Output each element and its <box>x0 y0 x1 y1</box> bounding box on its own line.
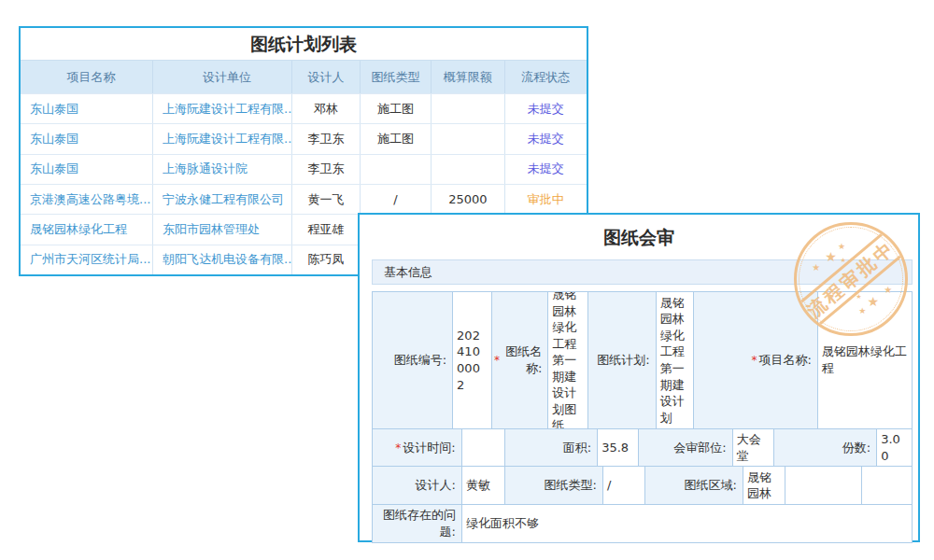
empty-cell <box>785 467 862 505</box>
form-row: 图纸编号: 2024100002 *图纸名称: 晟铭园林绿化工程第一期建设计划图… <box>373 292 912 429</box>
plan-org-link[interactable]: 上海阮建设计工程有限... <box>153 94 292 123</box>
form-row: *设计时间: 面积: 35.8 会审部位: 大会堂 份数: 3.00 <box>373 429 912 467</box>
plan-status-link[interactable]: 未提交 <box>505 94 587 123</box>
problem-value: 绿化面积不够 <box>462 505 912 542</box>
plan-table-header: 项目名称 设计单位 设计人 图纸类型 概算限额 流程状态 <box>21 60 587 93</box>
plan-designer-cell: 黄一飞 <box>292 185 361 214</box>
plan-status-link[interactable]: 审批中 <box>505 185 587 214</box>
table-row: 东山泰国 上海阮建设计工程有限... 李卫东 施工图 未提交 <box>21 123 587 153</box>
required-asterisk: * <box>494 354 500 367</box>
drawing-no-value: 2024100002 <box>453 292 492 429</box>
design-time-label: *设计时间: <box>373 429 462 467</box>
plan-project-link[interactable]: 广州市天河区统计局... <box>21 245 153 274</box>
table-row: 京港澳高速公路粤境... 宁波永健工程有限公司 黄一飞 / 25000 审批中 <box>21 184 587 214</box>
project-name-value: 晟铭园林绿化工程 <box>818 292 912 429</box>
col-header-project: 项目名称 <box>21 61 153 93</box>
plan-status-link[interactable]: 未提交 <box>505 124 587 153</box>
plan-drawing-type-cell: 施工图 <box>361 124 432 153</box>
col-header-drawing-type: 图纸类型 <box>361 61 432 93</box>
plan-project-link[interactable]: 京港澳高速公路粤境... <box>21 185 153 214</box>
plan-org-link[interactable]: 宁波永健工程有限公司 <box>153 185 292 214</box>
drawing-type-label: 图纸类型: <box>505 467 603 505</box>
empty-cell <box>862 467 912 505</box>
col-header-flow-status: 流程状态 <box>505 61 587 93</box>
drawing-type-value: / <box>603 467 645 505</box>
plan-project-link[interactable]: 东山泰国 <box>21 94 153 123</box>
copies-value: 3.00 <box>877 429 912 467</box>
form-row: 图纸存在的问题: 绿化面积不够 <box>373 505 912 542</box>
drawing-review-panel: 图纸会审 基本信息 图纸编号: 2024100002 *图纸名称: 晟铭园林绿化… <box>358 213 920 542</box>
plan-project-link[interactable]: 东山泰国 <box>21 124 153 153</box>
plan-designer-cell: 程亚雄 <box>292 215 361 244</box>
drawing-plan-label: 图纸计划: <box>588 292 657 429</box>
drawing-plan-value: 晟铭园林绿化工程第一期建设计划 <box>657 292 694 429</box>
plan-list-title: 图纸计划列表 <box>21 28 587 60</box>
problem-label: 图纸存在的问题: <box>373 505 462 542</box>
plan-status-link[interactable]: 未提交 <box>505 155 587 184</box>
area-value: 35.8 <box>598 429 639 467</box>
review-title: 图纸会审 <box>360 226 918 250</box>
project-name-label: *项目名称: <box>694 292 818 429</box>
plan-org-link[interactable]: 上海阮建设计工程有限... <box>153 124 292 153</box>
review-form-table: 图纸编号: 2024100002 *图纸名称: 晟铭园林绿化工程第一期建设计划图… <box>372 291 913 543</box>
plan-org-link[interactable]: 东阳市园林管理处 <box>153 215 292 244</box>
form-row: 设计人: 黄敏 图纸类型: / 图纸区域: 晟铭园林 <box>373 467 912 505</box>
col-header-budget-limit: 概算限额 <box>432 61 504 93</box>
plan-designer-cell: 陈巧凤 <box>292 245 361 274</box>
col-header-design-org: 设计单位 <box>153 61 292 93</box>
plan-org-link[interactable]: 朝阳飞达机电设备有限... <box>153 245 292 274</box>
design-time-value <box>462 429 505 467</box>
plan-designer-cell: 李卫东 <box>292 155 361 184</box>
plan-budget-cell <box>432 94 504 123</box>
plan-designer-cell: 邓林 <box>292 94 361 123</box>
drawing-region-label: 图纸区域: <box>645 467 743 505</box>
plan-org-link[interactable]: 上海脉通设计院 <box>153 155 292 184</box>
table-row: 东山泰国 上海阮建设计工程有限... 邓林 施工图 未提交 <box>21 93 587 123</box>
plan-budget-cell <box>432 155 504 184</box>
drawing-name-value: 晟铭园林绿化工程第一期建设计划图纸 <box>548 292 588 429</box>
drawing-region-value: 晟铭园林 <box>743 467 785 505</box>
designer-value: 黄敏 <box>462 467 505 505</box>
plan-budget-cell: 25000 <box>432 185 504 214</box>
drawing-name-label: *图纸名称: <box>492 292 548 429</box>
required-asterisk: * <box>395 441 401 455</box>
required-asterisk: * <box>751 354 757 367</box>
plan-budget-cell <box>432 124 504 153</box>
copies-label: 份数: <box>774 429 878 467</box>
plan-drawing-type-cell <box>361 155 432 184</box>
designer-label: 设计人: <box>373 467 462 505</box>
plan-drawing-type-cell: / <box>361 185 432 214</box>
review-part-value: 大会堂 <box>733 429 774 467</box>
col-header-designer: 设计人 <box>292 61 361 93</box>
review-part-label: 会审部位: <box>639 429 733 467</box>
basic-info-section-header: 基本信息 <box>372 259 913 285</box>
plan-project-link[interactable]: 东山泰国 <box>21 155 153 184</box>
plan-project-link[interactable]: 晟铭园林绿化工程 <box>21 215 153 244</box>
plan-designer-cell: 李卫东 <box>292 124 361 153</box>
area-label: 面积: <box>505 429 599 467</box>
drawing-no-label: 图纸编号: <box>373 292 453 429</box>
plan-drawing-type-cell: 施工图 <box>361 94 432 123</box>
table-row: 东山泰国 上海脉通设计院 李卫东 未提交 <box>21 154 587 184</box>
